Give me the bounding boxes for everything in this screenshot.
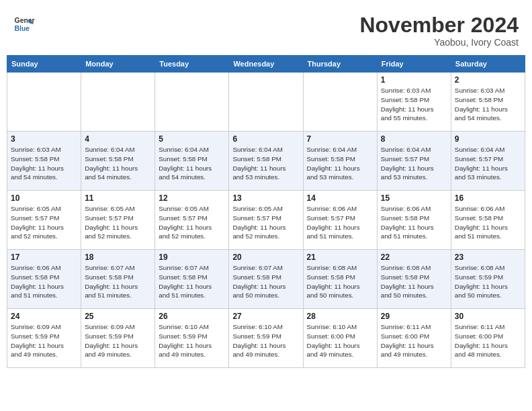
day-info: Sunrise: 6:06 AMSunset: 5:57 PMDaylight:… <box>307 204 373 241</box>
day-info: Sunrise: 6:07 AMSunset: 5:58 PMDaylight:… <box>232 263 299 300</box>
calendar-week-row: 10Sunrise: 6:05 AMSunset: 5:57 PMDayligh… <box>7 191 525 250</box>
calendar-day-cell: 28Sunrise: 6:10 AMSunset: 6:00 PMDayligh… <box>303 309 377 368</box>
day-number: 1 <box>381 75 447 85</box>
calendar-day-cell: 11Sunrise: 6:05 AMSunset: 5:57 PMDayligh… <box>81 191 155 250</box>
day-info: Sunrise: 6:11 AMSunset: 6:00 PMDaylight:… <box>381 322 447 359</box>
day-number: 22 <box>381 253 447 262</box>
day-number: 9 <box>455 134 521 144</box>
day-info: Sunrise: 6:08 AMSunset: 5:58 PMDaylight:… <box>381 263 447 300</box>
day-number: 14 <box>307 193 373 203</box>
calendar-day-cell <box>155 73 229 132</box>
day-number: 5 <box>159 134 225 144</box>
weekday-header: Friday <box>377 56 451 73</box>
weekday-header: Sunday <box>7 56 81 73</box>
day-info: Sunrise: 6:08 AMSunset: 5:58 PMDaylight:… <box>307 263 373 300</box>
day-number: 11 <box>85 193 151 203</box>
day-number: 8 <box>381 134 447 144</box>
day-info: Sunrise: 6:06 AMSunset: 5:58 PMDaylight:… <box>381 204 447 241</box>
weekday-header: Tuesday <box>155 56 229 73</box>
calendar-day-cell: 30Sunrise: 6:11 AMSunset: 6:00 PMDayligh… <box>451 309 525 368</box>
day-info: Sunrise: 6:04 AMSunset: 5:58 PMDaylight:… <box>232 145 299 182</box>
day-number: 17 <box>11 253 77 262</box>
day-info: Sunrise: 6:10 AMSunset: 5:59 PMDaylight:… <box>232 322 299 359</box>
calendar-day-cell: 15Sunrise: 6:06 AMSunset: 5:58 PMDayligh… <box>377 191 451 250</box>
calendar-day-cell: 2Sunrise: 6:03 AMSunset: 5:58 PMDaylight… <box>451 73 525 132</box>
day-info: Sunrise: 6:04 AMSunset: 5:57 PMDaylight:… <box>381 145 447 182</box>
title-area: November 2024 Yaobou, Ivory Coast <box>359 13 519 48</box>
location-title: Yaobou, Ivory Coast <box>359 37 519 48</box>
calendar-table: SundayMondayTuesdayWednesdayThursdayFrid… <box>7 55 525 368</box>
calendar-day-cell: 16Sunrise: 6:06 AMSunset: 5:58 PMDayligh… <box>451 191 525 250</box>
day-info: Sunrise: 6:10 AMSunset: 5:59 PMDaylight:… <box>159 322 225 359</box>
day-info: Sunrise: 6:03 AMSunset: 5:58 PMDaylight:… <box>455 86 521 123</box>
calendar-week-row: 24Sunrise: 6:09 AMSunset: 5:59 PMDayligh… <box>7 309 525 368</box>
day-info: Sunrise: 6:05 AMSunset: 5:57 PMDaylight:… <box>232 204 299 241</box>
calendar-week-row: 3Sunrise: 6:03 AMSunset: 5:58 PMDaylight… <box>7 132 525 191</box>
calendar-day-cell: 21Sunrise: 6:08 AMSunset: 5:58 PMDayligh… <box>303 250 377 309</box>
day-number: 6 <box>232 134 299 144</box>
calendar-day-cell: 5Sunrise: 6:04 AMSunset: 5:58 PMDaylight… <box>155 132 229 191</box>
day-info: Sunrise: 6:05 AMSunset: 5:57 PMDaylight:… <box>11 204 77 241</box>
calendar-day-cell: 20Sunrise: 6:07 AMSunset: 5:58 PMDayligh… <box>229 250 303 309</box>
day-number: 24 <box>11 312 77 321</box>
calendar-day-cell: 10Sunrise: 6:05 AMSunset: 5:57 PMDayligh… <box>7 191 81 250</box>
day-number: 30 <box>455 312 521 321</box>
logo: General Blue <box>13 13 35 35</box>
day-info: Sunrise: 6:04 AMSunset: 5:58 PMDaylight:… <box>159 145 225 182</box>
calendar-day-cell: 17Sunrise: 6:06 AMSunset: 5:58 PMDayligh… <box>7 250 81 309</box>
weekday-header-row: SundayMondayTuesdayWednesdayThursdayFrid… <box>7 56 525 73</box>
calendar-day-cell <box>303 73 377 132</box>
day-number: 26 <box>159 312 225 321</box>
calendar-day-cell: 1Sunrise: 6:03 AMSunset: 5:58 PMDaylight… <box>377 73 451 132</box>
day-number: 10 <box>11 193 77 203</box>
day-number: 25 <box>85 312 151 321</box>
calendar-day-cell: 27Sunrise: 6:10 AMSunset: 5:59 PMDayligh… <box>229 309 303 368</box>
day-info: Sunrise: 6:05 AMSunset: 5:57 PMDaylight:… <box>159 204 225 241</box>
day-number: 29 <box>381 312 447 321</box>
day-number: 7 <box>307 134 373 144</box>
calendar-day-cell: 13Sunrise: 6:05 AMSunset: 5:57 PMDayligh… <box>229 191 303 250</box>
day-number: 23 <box>455 253 521 262</box>
day-number: 3 <box>11 134 77 144</box>
calendar-day-cell: 8Sunrise: 6:04 AMSunset: 5:57 PMDaylight… <box>377 132 451 191</box>
calendar-day-cell <box>229 73 303 132</box>
calendar-week-row: 1Sunrise: 6:03 AMSunset: 5:58 PMDaylight… <box>7 73 525 132</box>
calendar-week-row: 17Sunrise: 6:06 AMSunset: 5:58 PMDayligh… <box>7 250 525 309</box>
weekday-header: Monday <box>81 56 155 73</box>
weekday-header: Thursday <box>303 56 377 73</box>
day-number: 16 <box>455 193 521 203</box>
calendar-day-cell: 19Sunrise: 6:07 AMSunset: 5:58 PMDayligh… <box>155 250 229 309</box>
calendar-day-cell: 9Sunrise: 6:04 AMSunset: 5:57 PMDaylight… <box>451 132 525 191</box>
day-info: Sunrise: 6:09 AMSunset: 5:59 PMDaylight:… <box>11 322 77 359</box>
svg-text:Blue: Blue <box>15 25 30 32</box>
calendar-day-cell: 6Sunrise: 6:04 AMSunset: 5:58 PMDaylight… <box>229 132 303 191</box>
day-info: Sunrise: 6:11 AMSunset: 6:00 PMDaylight:… <box>455 322 521 359</box>
day-info: Sunrise: 6:05 AMSunset: 5:57 PMDaylight:… <box>85 204 151 241</box>
day-number: 18 <box>85 253 151 262</box>
day-number: 2 <box>455 75 521 85</box>
day-info: Sunrise: 6:10 AMSunset: 6:00 PMDaylight:… <box>307 322 373 359</box>
calendar-day-cell: 29Sunrise: 6:11 AMSunset: 6:00 PMDayligh… <box>377 309 451 368</box>
calendar-day-cell: 25Sunrise: 6:09 AMSunset: 5:59 PMDayligh… <box>81 309 155 368</box>
day-number: 21 <box>307 253 373 262</box>
day-info: Sunrise: 6:06 AMSunset: 5:58 PMDaylight:… <box>455 204 521 241</box>
day-info: Sunrise: 6:04 AMSunset: 5:58 PMDaylight:… <box>85 145 151 182</box>
day-info: Sunrise: 6:07 AMSunset: 5:58 PMDaylight:… <box>85 263 151 300</box>
day-number: 13 <box>232 193 299 203</box>
weekday-header: Saturday <box>451 56 525 73</box>
day-info: Sunrise: 6:03 AMSunset: 5:58 PMDaylight:… <box>381 86 447 123</box>
day-number: 28 <box>307 312 373 321</box>
day-info: Sunrise: 6:04 AMSunset: 5:58 PMDaylight:… <box>307 145 373 182</box>
month-title: November 2024 <box>359 13 519 37</box>
calendar-day-cell: 26Sunrise: 6:10 AMSunset: 5:59 PMDayligh… <box>155 309 229 368</box>
day-info: Sunrise: 6:03 AMSunset: 5:58 PMDaylight:… <box>11 145 77 182</box>
calendar-day-cell: 12Sunrise: 6:05 AMSunset: 5:57 PMDayligh… <box>155 191 229 250</box>
day-info: Sunrise: 6:06 AMSunset: 5:58 PMDaylight:… <box>11 263 77 300</box>
calendar-day-cell: 3Sunrise: 6:03 AMSunset: 5:58 PMDaylight… <box>7 132 81 191</box>
calendar-day-cell: 4Sunrise: 6:04 AMSunset: 5:58 PMDaylight… <box>81 132 155 191</box>
day-info: Sunrise: 6:08 AMSunset: 5:59 PMDaylight:… <box>455 263 521 300</box>
calendar-day-cell: 24Sunrise: 6:09 AMSunset: 5:59 PMDayligh… <box>7 309 81 368</box>
calendar-day-cell: 22Sunrise: 6:08 AMSunset: 5:58 PMDayligh… <box>377 250 451 309</box>
page-header: General Blue November 2024 Yaobou, Ivory… <box>7 7 525 51</box>
weekday-header: Wednesday <box>229 56 303 73</box>
